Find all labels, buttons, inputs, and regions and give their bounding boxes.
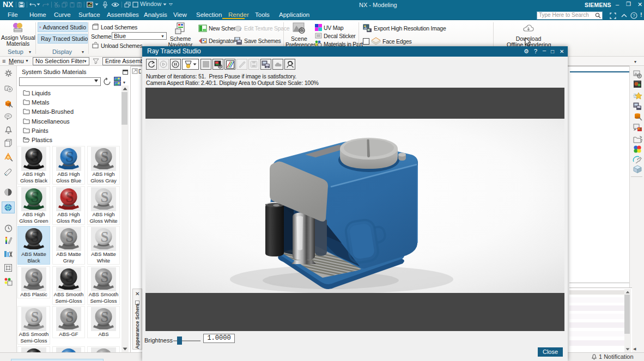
svg-text:S: S: [100, 349, 108, 353]
svg-text:S: S: [31, 149, 39, 165]
svg-text:S: S: [31, 189, 39, 205]
svg-text:S: S: [31, 309, 39, 325]
svg-text:D: D: [138, 69, 141, 75]
svg-text:S: S: [100, 189, 108, 205]
svg-text:S: S: [65, 269, 74, 285]
svg-text:?: ?: [633, 13, 635, 18]
svg-text:S: S: [100, 149, 108, 165]
svg-text:S: S: [100, 269, 108, 285]
svg-text:S: S: [31, 229, 39, 245]
svg-text:S: S: [31, 269, 39, 285]
svg-text:S: S: [65, 309, 74, 325]
svg-text:S: S: [65, 149, 74, 165]
svg-text:S: S: [100, 229, 108, 245]
svg-text:S: S: [65, 229, 74, 245]
svg-text:S: S: [100, 309, 108, 325]
svg-text:S: S: [65, 349, 74, 353]
svg-text:S: S: [31, 349, 39, 353]
svg-text:S: S: [65, 189, 74, 205]
